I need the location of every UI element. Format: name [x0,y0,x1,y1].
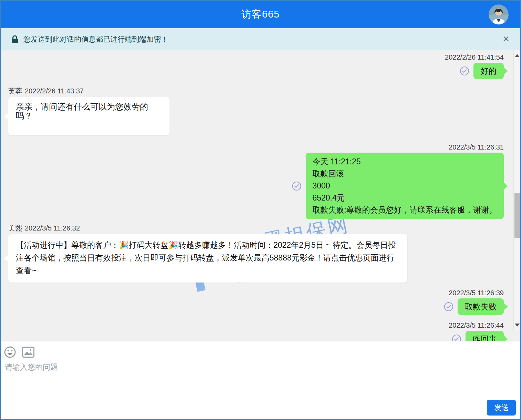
close-icon[interactable]: × [503,32,509,45]
message-timestamp: 2022/3/5 11:26:31 [8,143,504,151]
emoji-button[interactable] [4,346,16,358]
message-row: 好的 [8,63,504,79]
image-upload-button[interactable] [22,346,34,358]
message-line: 取款失败:尊敬的会员您好，请联系在线客服，谢谢。 [313,204,497,216]
sender-name: 芙蓉 [8,87,22,95]
encryption-notice-text: 您发送到此对话的信息都已进行端到端加密！ [23,34,168,44]
message-row: 取款失败 [8,298,504,315]
outgoing-message-bubble: 咋回事 [466,331,504,341]
incoming-message-group: 美熙2022/3/5 11:26:32 【活动进行中】尊敬的客户：🎉打码大转盘🎉… [8,224,504,283]
send-button[interactable]: 发送 [487,400,516,416]
outgoing-message-bubble: 今天 11:21:25 取款回滚 3000 6520.4元 取款失败:尊敬的会员… [306,153,504,219]
sender-row: 美熙2022/3/5 11:26:32 [8,224,504,232]
sender-name: 美熙 [8,224,22,232]
lock-icon [11,35,19,43]
message-timestamp: 2022/2/26 11:43:37 [25,87,84,95]
chat-window: 访客665 您发送到此对话的信息都已进行端到端加密！ × [0,0,521,420]
emoji-icon [4,346,16,358]
incoming-message-bubble: 亲亲，请问还有什么可以为您效劳的吗？ [8,97,170,135]
message-list: 鉴黑担保网 www.jhdb8.com 2022/2/26 11:41:54 好… [1,50,520,341]
sender-row: 芙蓉2022/2/26 11:43:37 [8,87,504,95]
delivered-check-icon [460,66,469,76]
message-timestamp: 2022/3/5 11:26:39 [8,289,504,297]
message-line: 取款回滚 [313,168,497,180]
delivered-check-icon [444,302,453,311]
scroll-down-arrow[interactable] [514,321,520,329]
scroll-up-arrow[interactable] [514,52,520,59]
composer-toolbar [1,341,520,358]
message-input[interactable] [5,362,480,403]
page-title: 访客665 [241,8,279,21]
arrow-down-icon [515,324,520,327]
composer: 发送 [1,341,520,419]
incoming-message-group: 芙蓉2022/2/26 11:43:37 亲亲，请问还有什么可以为您效劳的吗？ [8,87,504,135]
delivered-check-icon [452,334,461,341]
message-line: 今天 11:21:25 [313,156,497,168]
message-timestamp: 2022/2/26 11:41:54 [8,53,504,61]
message-timestamp: 2022/3/5 11:26:44 [8,321,504,329]
incoming-message-bubble: 【活动进行中】尊敬的客户：🎉打码大转盘🎉转越多赚越多！活动时间：2022年2月5… [8,234,407,283]
chat-scrollbar[interactable] [513,50,520,330]
outgoing-message-bubble: 取款失败 [458,298,504,315]
arrow-up-icon [515,54,520,57]
message-line: 6520.4元 [313,192,497,204]
image-icon [22,347,34,358]
delivered-check-icon [292,181,302,191]
agent-avatar [489,4,509,24]
encryption-notice-bar: 您发送到此对话的信息都已进行端到端加密！ × [1,28,520,50]
outgoing-message-bubble: 好的 [473,63,504,79]
message-row: 今天 11:21:25 取款回滚 3000 6520.4元 取款失败:尊敬的会员… [8,153,504,219]
message-row: 咋回事 [8,331,504,341]
scrollbar-thumb[interactable] [514,193,520,238]
header: 访客665 [1,1,520,28]
message-timestamp: 2022/3/5 11:26:32 [25,224,80,232]
message-line: 3000 [313,180,497,192]
avatar-image [489,4,509,24]
